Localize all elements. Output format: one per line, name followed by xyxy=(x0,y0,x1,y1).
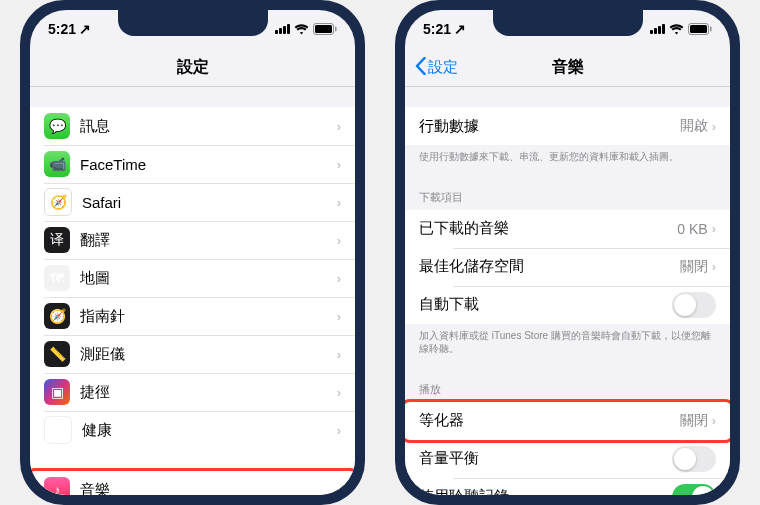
svg-rect-2 xyxy=(335,27,337,32)
settings-list[interactable]: 💬訊息›📹FaceTime›🧭Safari›译翻譯›🗺地圖›🧭指南針›📏測距儀›… xyxy=(30,87,355,495)
row-label: 最佳化儲存空間 xyxy=(419,257,680,276)
row-label: 指南針 xyxy=(80,307,337,326)
measure-icon: 📏 xyxy=(44,341,70,367)
svg-rect-4 xyxy=(690,25,707,33)
section-header: 下載項目 xyxy=(405,176,730,210)
page-title: 設定 xyxy=(177,57,209,78)
location-arrow-icon: ↗ xyxy=(79,21,91,37)
wifi-icon xyxy=(669,24,684,35)
translate-icon: 译 xyxy=(44,227,70,253)
music-settings-list[interactable]: 行動數據開啟›使用行動數據來下載、串流、更新您的資料庫和載入插圖。下載項目已下載… xyxy=(405,87,730,495)
toggle-autodl[interactable] xyxy=(672,292,716,318)
row-label: 行動數據 xyxy=(419,117,680,136)
row-label: 音樂 xyxy=(80,481,337,496)
nav-bar: 設定 xyxy=(30,48,355,87)
settings-row-facetime[interactable]: 📹FaceTime› xyxy=(30,145,355,183)
chevron-right-icon: › xyxy=(337,385,341,400)
section-footer: 加入資料庫或從 iTunes Store 購買的音樂時會自動下載，以便您離線聆聽… xyxy=(405,324,730,358)
chevron-right-icon: › xyxy=(712,413,716,428)
chevron-right-icon: › xyxy=(337,195,341,210)
settings-row-eq[interactable]: 等化器關閉› xyxy=(405,402,730,440)
settings-row-cellular[interactable]: 行動數據開啟› xyxy=(405,107,730,145)
row-label: 測距儀 xyxy=(80,345,337,364)
chevron-right-icon: › xyxy=(712,119,716,134)
row-label: 訊息 xyxy=(80,117,337,136)
chevron-right-icon: › xyxy=(337,309,341,324)
settings-row-music[interactable]: ♪音樂› xyxy=(30,471,355,495)
chevron-right-icon: › xyxy=(712,221,716,236)
row-label: 音量平衡 xyxy=(419,449,672,468)
nav-bar: 設定 音樂 xyxy=(405,48,730,87)
row-label: 使用聆聽記錄 xyxy=(419,487,672,495)
chevron-right-icon: › xyxy=(337,271,341,286)
location-arrow-icon: ↗ xyxy=(454,21,466,37)
messages-icon: 💬 xyxy=(44,113,70,139)
wifi-icon xyxy=(294,24,309,35)
row-value: 0 KB xyxy=(677,221,707,237)
chevron-right-icon: › xyxy=(337,157,341,172)
battery-icon xyxy=(313,23,337,35)
row-label: 已下載的音樂 xyxy=(419,219,677,238)
row-value: 開啟 xyxy=(680,117,708,135)
row-value: 關閉 xyxy=(680,412,708,430)
settings-row-safari[interactable]: 🧭Safari› xyxy=(30,183,355,221)
settings-row-compass[interactable]: 🧭指南針› xyxy=(30,297,355,335)
settings-row-balance[interactable]: 音量平衡 xyxy=(405,440,730,478)
row-label: 等化器 xyxy=(419,411,680,430)
status-time: 5:21 xyxy=(48,21,76,37)
facetime-icon: 📹 xyxy=(44,151,70,177)
settings-row-translate[interactable]: 译翻譯› xyxy=(30,221,355,259)
settings-row-history[interactable]: 使用聆聽記錄 xyxy=(405,478,730,496)
safari-icon: 🧭 xyxy=(44,188,72,216)
settings-row-autodl[interactable]: 自動下載 xyxy=(405,286,730,324)
settings-row-messages[interactable]: 💬訊息› xyxy=(30,107,355,145)
maps-icon: 🗺 xyxy=(44,265,70,291)
chevron-right-icon: › xyxy=(712,259,716,274)
chevron-right-icon: › xyxy=(337,233,341,248)
cellular-signal-icon xyxy=(650,24,665,34)
page-title: 音樂 xyxy=(552,57,584,78)
back-button[interactable]: 設定 xyxy=(415,57,458,78)
battery-icon xyxy=(688,23,712,35)
row-label: 捷徑 xyxy=(80,383,337,402)
row-label: 健康 xyxy=(82,421,337,440)
shortcuts-icon: ▣ xyxy=(44,379,70,405)
settings-row-measure[interactable]: 📏測距儀› xyxy=(30,335,355,373)
svg-rect-1 xyxy=(315,25,332,33)
music-icon: ♪ xyxy=(44,477,70,495)
settings-row-downloaded[interactable]: 已下載的音樂0 KB› xyxy=(405,210,730,248)
settings-row-health[interactable]: ❤健康› xyxy=(30,411,355,449)
chevron-right-icon: › xyxy=(337,423,341,438)
toggle-history[interactable] xyxy=(672,484,716,496)
row-label: Safari xyxy=(82,194,337,211)
row-label: 地圖 xyxy=(80,269,337,288)
chevron-left-icon xyxy=(415,57,426,78)
section-footer: 使用行動數據來下載、串流、更新您的資料庫和載入插圖。 xyxy=(405,145,730,166)
row-label: 翻譯 xyxy=(80,231,337,250)
status-time: 5:21 xyxy=(423,21,451,37)
back-label: 設定 xyxy=(428,58,458,77)
chevron-right-icon: › xyxy=(337,347,341,362)
row-value: 關閉 xyxy=(680,258,708,276)
section-header: 播放 xyxy=(405,368,730,402)
cellular-signal-icon xyxy=(275,24,290,34)
chevron-right-icon: › xyxy=(337,119,341,134)
toggle-balance[interactable] xyxy=(672,446,716,472)
compass-icon: 🧭 xyxy=(44,303,70,329)
settings-row-maps[interactable]: 🗺地圖› xyxy=(30,259,355,297)
row-label: FaceTime xyxy=(80,156,337,173)
settings-row-shortcuts[interactable]: ▣捷徑› xyxy=(30,373,355,411)
health-icon: ❤ xyxy=(44,416,72,444)
row-label: 自動下載 xyxy=(419,295,672,314)
chevron-right-icon: › xyxy=(337,483,341,496)
svg-rect-5 xyxy=(710,27,712,32)
settings-row-optimize[interactable]: 最佳化儲存空間關閉› xyxy=(405,248,730,286)
